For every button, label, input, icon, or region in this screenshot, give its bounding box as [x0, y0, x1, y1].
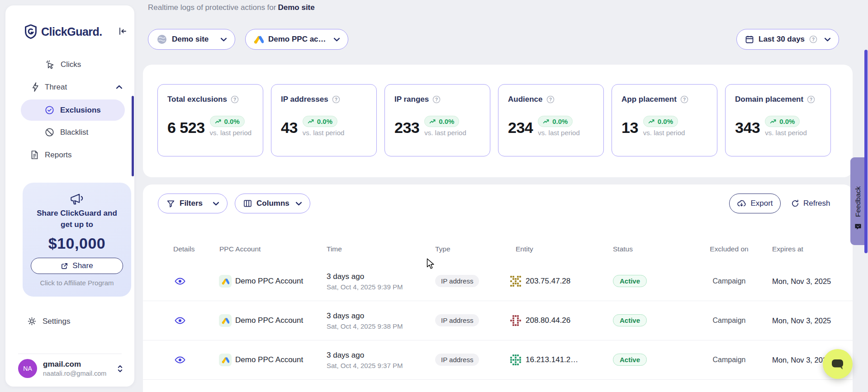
sidebar-collapse-icon[interactable] — [118, 27, 127, 35]
affiliate-amount: $10,000 — [23, 235, 131, 252]
chevron-down-icon — [213, 202, 219, 206]
page-scrollbar-thumb[interactable] — [864, 50, 868, 253]
export-button-label: Export — [750, 199, 773, 208]
stat-label: Domain placement — [735, 95, 803, 104]
stat-delta-badge: 0.0% — [210, 116, 245, 127]
share-button[interactable]: Share — [31, 258, 123, 274]
megaphone-icon — [69, 192, 85, 205]
trend-up-icon — [308, 119, 314, 124]
stat-caption: vs. last period — [538, 129, 580, 137]
type-cell: IP address — [435, 316, 479, 325]
help-icon[interactable]: ? — [680, 95, 688, 104]
user-name: gmail.com — [43, 360, 106, 369]
svg-text:?: ? — [683, 97, 686, 102]
help-icon[interactable]: ? — [231, 95, 239, 104]
sidebar-item-blacklist[interactable]: Blacklist — [45, 128, 88, 137]
stat-caption: vs. last period — [210, 129, 252, 137]
stat-value: 233 — [394, 119, 419, 137]
site-selector-dropdown[interactable]: Demo site — [148, 29, 235, 50]
sidebar-item-clicks[interactable]: Clicks — [45, 60, 81, 69]
exclusions-table-panel: Filters Columns Export Refresh Details P… — [143, 184, 853, 392]
type-cell: IP address — [435, 277, 479, 285]
type-badge: IP address — [435, 354, 479, 366]
help-icon[interactable]: ? — [332, 95, 340, 104]
expires-at-cell: Mon, Nov 3, 2025 — [772, 356, 831, 364]
stat-value: 13 — [621, 119, 638, 137]
stat-delta-badge: 0.0% — [303, 116, 337, 127]
subtitle-site-name: Demo site — [278, 3, 314, 12]
ppc-account-selector-dropdown[interactable]: Demo PPC ac… — [245, 29, 348, 50]
time-cell: 3 days ago Sat, Oct 4, 2025 9:37 PM — [327, 351, 403, 369]
table-row[interactable]: Demo PPC Account 3 days ago Sat, Oct 4, … — [143, 301, 853, 340]
feedback-chat-icon — [854, 223, 862, 231]
cloud-download-icon — [737, 199, 746, 208]
help-icon[interactable]: ? — [809, 35, 817, 43]
columns-icon — [243, 199, 252, 208]
column-header-expires-at: Expires at — [772, 245, 803, 253]
trend-up-icon — [770, 119, 777, 124]
column-header-ppc-account: PPC Account — [219, 245, 261, 253]
svg-text:?: ? — [335, 97, 337, 102]
sidebar-item-reports[interactable]: Reports — [30, 150, 72, 160]
badge-check-icon — [45, 105, 54, 115]
external-link-icon — [61, 262, 68, 270]
stat-delta-badge: 0.0% — [538, 116, 573, 127]
expires-at-cell: Mon, Nov 3, 2025 — [772, 316, 831, 325]
view-details-eye-icon[interactable] — [175, 356, 185, 364]
table-row-partial[interactable]: 3 days ago — [143, 380, 853, 392]
help-icon[interactable]: ? — [807, 95, 815, 104]
help-icon[interactable]: ? — [546, 95, 555, 104]
avatar: NA — [18, 359, 37, 378]
stat-delta-badge: 0.0% — [424, 116, 459, 127]
sidebar-item-settings[interactable]: Settings — [27, 316, 70, 326]
export-button[interactable]: Export — [729, 194, 781, 213]
affiliate-hint[interactable]: Click to Affiliate Program — [23, 279, 131, 287]
refresh-button[interactable]: Refresh — [791, 194, 830, 213]
affiliate-heading: Share ClickGuard and get up to — [23, 208, 131, 230]
chevron-down-icon — [334, 38, 340, 42]
svg-text:?: ? — [233, 97, 236, 102]
calendar-icon — [745, 35, 754, 44]
ppc-account-cell: Demo PPC Account — [235, 355, 303, 364]
sidebar-item-threat[interactable]: Threat — [32, 82, 122, 92]
sidebar-item-label: Clicks — [61, 60, 81, 69]
status-badge: Active — [613, 275, 647, 287]
filters-button[interactable]: Filters — [158, 194, 228, 213]
table-row[interactable]: Demo PPC Account 3 days ago Sat, Oct 4, … — [143, 340, 853, 380]
view-details-eye-icon[interactable] — [175, 278, 185, 285]
sidebar-scrollbar[interactable] — [132, 96, 134, 176]
chevron-down-icon — [221, 38, 227, 42]
columns-button-label: Columns — [256, 199, 289, 208]
sidebar-item-exclusions[interactable]: Exclusions — [21, 99, 125, 121]
status-cell: Active — [613, 316, 647, 325]
affiliate-card[interactable]: Share ClickGuard and get up to $10,000 S… — [23, 183, 131, 297]
table-header-row: Details PPC Account Time Type Entity Sta… — [143, 237, 853, 261]
stat-caption: vs. last period — [303, 129, 345, 137]
column-header-type: Type — [435, 245, 451, 253]
date-range-dropdown[interactable]: Last 30 days ? — [736, 29, 839, 50]
stat-delta-badge: 0.0% — [765, 116, 800, 127]
chevron-down-icon — [296, 202, 302, 206]
funnel-icon — [166, 199, 175, 208]
table-row[interactable]: Demo PPC Account 3 days ago Sat, Oct 4, … — [143, 262, 853, 301]
brand[interactable]: ClickGuard. — [24, 24, 102, 39]
google-ads-icon — [219, 354, 232, 366]
excluded-on-cell: Campaign — [707, 356, 752, 364]
user-email: naatali.ro@gmail.com — [43, 370, 106, 377]
columns-button[interactable]: Columns — [235, 194, 310, 213]
excluded-on-cell: Campaign — [707, 316, 752, 325]
document-icon — [30, 150, 39, 160]
gear-icon — [27, 316, 37, 326]
chat-launcher-button[interactable] — [823, 349, 853, 379]
help-icon[interactable]: ? — [432, 95, 441, 104]
filters-button-label: Filters — [180, 199, 203, 208]
account-switcher[interactable]: NA gmail.com naatali.ro@gmail.com — [18, 359, 123, 378]
view-details-eye-icon[interactable] — [175, 317, 185, 325]
sidebar: ClickGuard. Clicks Threat Exclusions Bla… — [5, 5, 134, 387]
stat-label: Audience — [508, 95, 543, 104]
sidebar-item-label: Reports — [45, 151, 72, 160]
entity-identicon — [510, 276, 521, 287]
feedback-tab[interactable]: Feedback — [850, 157, 866, 245]
column-header-excluded-on: Excluded on — [707, 245, 752, 254]
stat-value: 43 — [281, 119, 298, 137]
